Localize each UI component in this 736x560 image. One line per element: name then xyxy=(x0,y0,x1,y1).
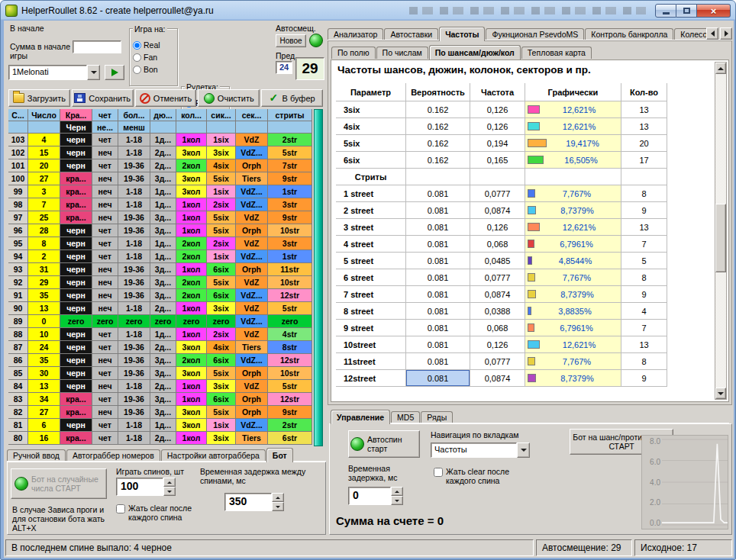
tab-автоставки[interactable]: Автоставки xyxy=(384,28,438,40)
play-button[interactable] xyxy=(105,65,124,80)
radio-input[interactable] xyxy=(133,53,141,62)
spin-history-table[interactable]: С...ЧислоКра...четбол...дю...кол...сик..… xyxy=(8,109,323,446)
cell[interactable]: 9 xyxy=(621,286,667,303)
cell[interactable]: 19,417% xyxy=(525,135,621,152)
clear-after-spin-checkbox-right[interactable]: Жать clear после каждого спина xyxy=(434,467,533,485)
cell[interactable]: 13 xyxy=(621,101,667,118)
table-row[interactable]: 8413черннеч1-182д...1кол3sixVdZ5str xyxy=(8,380,323,393)
cell[interactable]: 4,8544% xyxy=(525,253,621,269)
cell[interactable]: 0,126 xyxy=(470,101,525,118)
table-row[interactable]: 9628чернчет19-363д...1кол5sixOrph10str xyxy=(8,224,323,237)
tab-md5[interactable]: MD5 xyxy=(391,411,420,423)
cell[interactable]: 0.162 xyxy=(406,101,470,118)
cell[interactable]: 8 xyxy=(621,353,667,370)
scroll-down-button[interactable] xyxy=(715,388,726,399)
cell[interactable]: 8 xyxy=(621,185,667,202)
cell[interactable]: 7,767% xyxy=(525,269,621,286)
cell[interactable]: 0.081 xyxy=(406,336,470,353)
cell[interactable]: 0,0777 xyxy=(470,185,525,202)
table-row[interactable]: 8724чернчет19-362д...3кол4sixTiers8str xyxy=(8,341,323,354)
tab-ручной-ввод[interactable]: Ручной ввод xyxy=(7,449,66,462)
radio-input[interactable] xyxy=(133,66,141,74)
cell[interactable] xyxy=(525,169,621,185)
clear-toolbar-button[interactable]: Очистить xyxy=(198,89,260,107)
spin-delay-value[interactable]: 350 xyxy=(224,493,272,511)
cell[interactable]: 12,621% xyxy=(525,336,621,353)
cell[interactable]: 12,621% xyxy=(525,101,621,118)
save-toolbar-button[interactable]: Сохранить xyxy=(72,89,134,107)
table-row[interactable]: 10027кра...неч19-363д...3кол5sixTiers9st… xyxy=(8,172,323,185)
radio-input[interactable] xyxy=(133,41,141,50)
cell[interactable]: 17 xyxy=(621,152,667,169)
cell[interactable]: 6,7961% xyxy=(525,236,621,253)
cell[interactable]: 0,165 xyxy=(470,152,525,169)
stepper-up-button[interactable] xyxy=(391,487,403,496)
cell[interactable]: 13 xyxy=(621,219,667,236)
cell[interactable]: 0,0388 xyxy=(470,303,525,320)
table-row[interactable]: 9725кра...неч19-363д...1кол5sixVdZ9str xyxy=(8,211,323,224)
table-row[interactable]: 9135черннеч19-363д...2кол6sixVdZ...12str xyxy=(8,289,323,302)
cell[interactable]: 5 xyxy=(621,253,667,269)
tab-scroll-right-button[interactable] xyxy=(720,27,732,40)
table-row[interactable]: 4 street0.0810,0686,7961%7 xyxy=(336,236,667,253)
cell[interactable]: 13 xyxy=(621,336,667,353)
cell[interactable]: 0.081 xyxy=(406,185,470,202)
cell[interactable]: 0,0874 xyxy=(470,202,525,219)
nav-combobox-dropdown-button[interactable] xyxy=(517,443,530,458)
stepper-down-button[interactable] xyxy=(272,502,284,511)
cell[interactable]: 11street xyxy=(336,353,406,370)
table-row[interactable]: 890zerozerozerozerozerozeroVdZ...zero xyxy=(8,315,323,328)
table-row[interactable]: 9229черннеч19-363д...2кол5sixVdZ10str xyxy=(8,276,323,289)
cell[interactable]: 0.081 xyxy=(406,269,470,286)
cell[interactable]: 6 street xyxy=(336,269,406,286)
preset-combobox-dropdown-button[interactable] xyxy=(87,65,100,80)
cell[interactable]: 5 street xyxy=(336,253,406,269)
table-row[interactable]: 8334кра...чет19-363д...1кол6sixOrph12str xyxy=(8,393,323,406)
cell[interactable]: 7 xyxy=(621,320,667,336)
cell[interactable] xyxy=(470,169,525,185)
autospin-start-button[interactable]: Автоспин старт xyxy=(348,430,420,458)
cell[interactable]: 3,8835% xyxy=(525,303,621,320)
cell[interactable]: 0.162 xyxy=(406,118,470,135)
cell[interactable]: 0.081 xyxy=(406,370,470,387)
bot-random-start-button[interactable]: Бот на случайные числа СТАРТ xyxy=(11,468,107,499)
cell[interactable]: 0,068 xyxy=(470,236,525,253)
tab-анализатор[interactable]: Анализатор xyxy=(328,28,383,40)
cell[interactable]: 0,0485 xyxy=(470,253,525,269)
table-row[interactable]: 993кра...неч1-181д...3кол1sixVdZ...1str xyxy=(8,185,323,198)
preset-combobox[interactable]: 1Melonati xyxy=(8,65,100,80)
cell[interactable]: Стриты xyxy=(336,169,406,185)
table-row[interactable]: 12street0.0810,08748,7379%9 xyxy=(336,370,667,387)
table-row[interactable]: 8 street0.0810,03883,8835%4 xyxy=(336,303,667,320)
cell[interactable]: 9 street xyxy=(336,320,406,336)
cell[interactable]: 0.081 xyxy=(406,219,470,236)
cell[interactable]: 0,0777 xyxy=(470,269,525,286)
cell[interactable]: 12,621% xyxy=(525,219,621,236)
cell[interactable]: 10street xyxy=(336,336,406,353)
cell[interactable]: 0,194 xyxy=(470,135,525,152)
close-button[interactable]: × xyxy=(697,4,731,18)
minimize-button[interactable] xyxy=(655,4,676,18)
table-row[interactable]: 10215черннеч1-182д...3кол3sixVdZ...5str xyxy=(8,146,323,159)
cell[interactable]: 0,068 xyxy=(470,320,525,336)
table-row[interactable]: 10120чернчет19-362д...2кол4sixOrph7str xyxy=(8,159,323,172)
table-row[interactable]: 987кра...неч1-181д...1кол2sixVdZ...3str xyxy=(8,198,323,211)
cell[interactable]: 0.081 xyxy=(406,202,470,219)
cell[interactable]: 0.162 xyxy=(406,152,470,169)
tab-настройки-автограббера[interactable]: Настройки автограббера xyxy=(161,449,266,462)
tab-контроль-банкролла[interactable]: Контроль банкролла xyxy=(585,28,673,40)
scroll-thumb[interactable] xyxy=(715,204,726,272)
checkbox-input[interactable] xyxy=(434,468,443,477)
table-row[interactable]: 10street0.0810,12612,621%13 xyxy=(336,336,667,353)
folder-toolbar-button[interactable]: Загрузить xyxy=(8,89,70,107)
table-row[interactable]: 3six0.1620,12612,621%13 xyxy=(336,101,667,118)
table-row[interactable]: 5 street0.0810,04854,8544%5 xyxy=(336,253,667,269)
cell[interactable]: 2 street xyxy=(336,202,406,219)
stepper-down-button[interactable] xyxy=(163,487,176,496)
cell[interactable]: 6six xyxy=(336,152,406,169)
cell[interactable]: 8 street xyxy=(336,303,406,320)
cell[interactable]: 4six xyxy=(336,118,406,135)
cell[interactable]: 6,7961% xyxy=(525,320,621,336)
table-row[interactable]: 8016кра...чет1-182д...1кол3sixTiers6str xyxy=(8,432,323,445)
table-row[interactable]: 6 street0.0810,07777,767%8 xyxy=(336,269,667,286)
